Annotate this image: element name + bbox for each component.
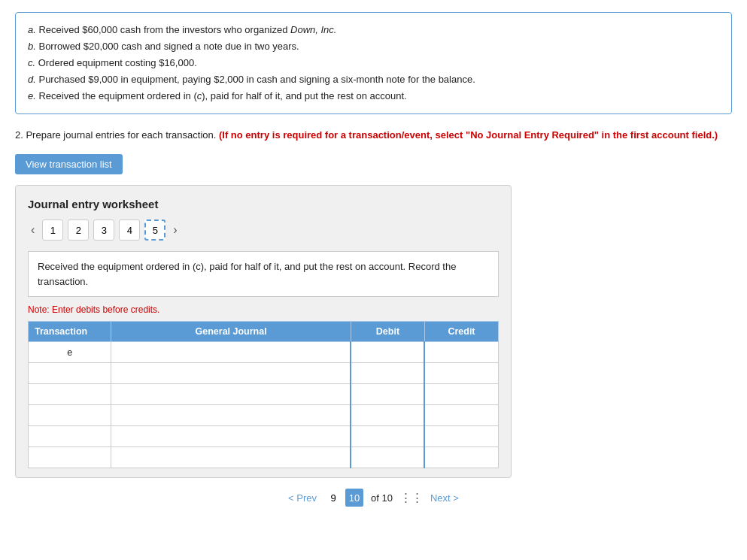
transaction-label-e: e	[29, 342, 111, 363]
table-row	[29, 405, 499, 426]
gj-input-4[interactable]	[114, 410, 347, 422]
transaction-label-6	[29, 447, 111, 468]
credit-input-4[interactable]	[428, 410, 495, 422]
instruction-highlight: (If no entry is required for a transacti…	[216, 129, 718, 141]
journal-table: Transaction General Journal Debit Credit…	[28, 321, 499, 468]
debit-input-4[interactable]	[354, 410, 421, 422]
debit-input-1[interactable]	[354, 347, 421, 359]
transaction-b: b. Borrowed $20,000 cash and signed a no…	[28, 38, 719, 55]
credit-input-6[interactable]	[428, 452, 495, 464]
debit-input-cell-3[interactable]	[351, 384, 424, 405]
credit-input-cell-3[interactable]	[424, 384, 498, 405]
transaction-d: d. Purchased $9,000 in equipment, paying…	[28, 71, 719, 88]
page-numbers: 9 10	[324, 489, 363, 507]
table-row	[29, 426, 499, 447]
next-button[interactable]: Next >	[430, 492, 459, 504]
tab-4[interactable]: 4	[119, 219, 140, 241]
journal-entry-worksheet: Journal entry worksheet ‹ 1 2 3 4 5 › Re…	[15, 185, 512, 478]
credit-input-cell-4[interactable]	[424, 405, 498, 426]
transactions-list-box: a. Received $60,000 cash from the invest…	[15, 12, 732, 114]
col-transaction: Transaction	[29, 322, 111, 342]
gj-input-5[interactable]	[114, 431, 347, 443]
credit-input-cell-1[interactable]	[424, 342, 498, 363]
tab-1[interactable]: 1	[42, 219, 63, 241]
pagination-bar: < Prev 9 10 of 10 ⋮⋮ Next >	[15, 489, 732, 507]
debit-input-cell-4[interactable]	[351, 405, 424, 426]
grid-icon[interactable]: ⋮⋮	[400, 491, 423, 504]
transaction-e: e. Received the equipment ordered in (c)…	[28, 88, 719, 104]
transaction-label-5	[29, 426, 111, 447]
gj-input-2[interactable]	[114, 368, 347, 380]
debit-input-cell-6[interactable]	[351, 447, 424, 468]
credit-input-cell-2[interactable]	[424, 363, 498, 384]
gj-input-cell-4[interactable]	[111, 405, 351, 426]
gj-input-cell-3[interactable]	[111, 384, 351, 405]
tab-2[interactable]: 2	[68, 219, 89, 241]
transaction-a: a. Received $60,000 cash from the invest…	[28, 22, 719, 38]
table-row	[29, 384, 499, 405]
debit-input-6[interactable]	[354, 452, 421, 464]
credit-input-3[interactable]	[428, 389, 495, 401]
page-9-button[interactable]: 9	[324, 489, 342, 507]
debit-input-3[interactable]	[354, 389, 421, 401]
table-row: e	[29, 342, 499, 363]
table-row	[29, 447, 499, 468]
transaction-label-4	[29, 405, 111, 426]
tab-3[interactable]: 3	[93, 219, 114, 241]
transaction-description: Received the equipment ordered in (c), p…	[28, 251, 499, 297]
debit-credit-note: Note: Enter debits before credits.	[28, 304, 499, 315]
gj-input-cell-1[interactable]	[111, 342, 351, 363]
credit-input-cell-5[interactable]	[424, 426, 498, 447]
gj-input-6[interactable]	[114, 452, 347, 464]
debit-input-cell-2[interactable]	[351, 363, 424, 384]
debit-input-5[interactable]	[354, 431, 421, 443]
prev-tab-chevron[interactable]: ‹	[28, 223, 38, 237]
col-debit: Debit	[351, 322, 424, 342]
table-row	[29, 363, 499, 384]
transaction-c: c. Ordered equipment costing $16,000.	[28, 55, 719, 71]
gj-input-3[interactable]	[114, 389, 347, 401]
worksheet-title: Journal entry worksheet	[28, 198, 499, 210]
credit-input-5[interactable]	[428, 431, 495, 443]
view-transaction-list-button[interactable]: View transaction list	[15, 154, 123, 174]
col-general-journal: General Journal	[111, 322, 351, 342]
tab-navigation: ‹ 1 2 3 4 5 ›	[28, 219, 499, 241]
page-10-button[interactable]: 10	[345, 489, 363, 507]
tab-5[interactable]: 5	[144, 219, 165, 241]
next-label: Next >	[430, 492, 459, 504]
gj-input-1[interactable]	[114, 347, 347, 359]
debit-input-cell-5[interactable]	[351, 426, 424, 447]
gj-input-cell-2[interactable]	[111, 363, 351, 384]
instruction-text: 2. Prepare journal entries for each tran…	[15, 128, 732, 144]
col-credit: Credit	[424, 322, 498, 342]
next-tab-chevron[interactable]: ›	[170, 223, 180, 237]
instruction-prefix: 2. Prepare journal entries for each tran…	[15, 129, 216, 141]
transaction-label-3	[29, 384, 111, 405]
prev-label: < Prev	[288, 492, 317, 504]
of-total-text: of 10	[371, 492, 393, 504]
prev-button[interactable]: < Prev	[288, 492, 317, 504]
credit-input-1[interactable]	[428, 347, 495, 359]
debit-input-cell-1[interactable]	[351, 342, 424, 363]
gj-input-cell-5[interactable]	[111, 426, 351, 447]
credit-input-2[interactable]	[428, 368, 495, 380]
gj-input-cell-6[interactable]	[111, 447, 351, 468]
transaction-label-2	[29, 363, 111, 384]
credit-input-cell-6[interactable]	[424, 447, 498, 468]
debit-input-2[interactable]	[354, 368, 421, 380]
